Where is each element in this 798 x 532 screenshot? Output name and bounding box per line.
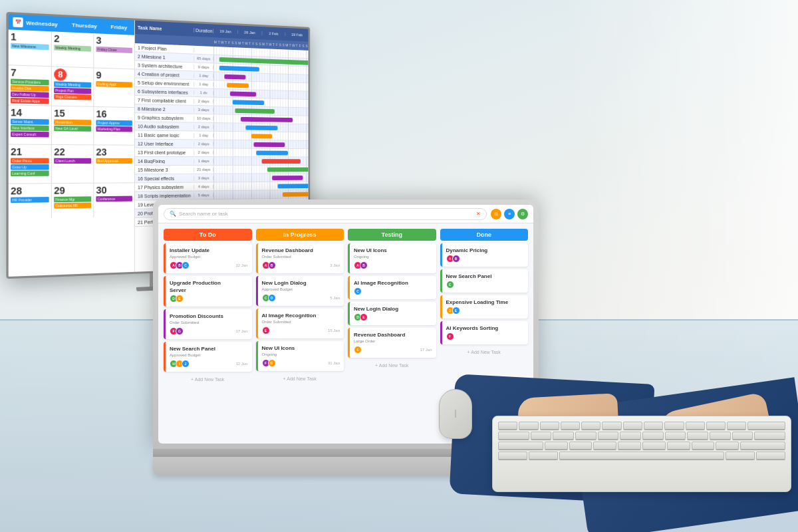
card-subtitle: Order Submitted [170,321,248,325]
kanban-topbar: 🔍 Search name or task ✕ ⊞ ≡ ⚙ [158,205,533,223]
card-avatars: D E [354,313,368,321]
card-footer: D E [354,313,432,321]
card-avatars: E [262,327,270,334]
kanban-card[interactable]: Revenue Dashboard Large Order F 17 Jan [348,328,436,358]
avatar: G [176,327,184,335]
gantt-bar-area [213,106,308,115]
gantt-task-name: 9 Graphics subsystem [135,115,194,120]
kanban-card[interactable]: New Login Dialog Approved Budget C D 5 J… [256,276,344,306]
kanban-col-inprogress: In Progress Revenue Dashboard Order Subm… [256,229,344,438]
card-title: New Login Dialog [262,280,340,286]
gantt-duration: 2 days [194,125,213,129]
card-subtitle: Approved Budget [170,255,248,259]
gantt-bar [254,142,285,147]
card-title: Revenue Dashboard [262,247,340,253]
gantt-bar [241,117,293,122]
card-avatars: D E [170,295,184,303]
gantt-bar [272,176,303,180]
search-placeholder: Search name or task [179,211,228,217]
card-avatars: F G [262,359,276,367]
kanban-card[interactable]: New UI Icons Ongoing A B [348,243,436,273]
gantt-bar [227,83,248,88]
view-list-button[interactable]: ≡ [504,209,515,219]
card-footer: A B [354,261,432,269]
gantt-bar-area [213,166,308,174]
card-footer: E 15 Jan [262,327,340,334]
kanban-icon-group: ⊞ ≡ ⚙ [491,209,528,219]
kanban-card[interactable]: Dynamic Pricing A B [440,243,529,267]
add-task-todo[interactable]: + Add New Task [164,374,252,384]
card-footer: D E [170,295,248,303]
gantt-duration: 2 days [194,99,213,104]
card-title: New Search Panel [446,273,525,279]
kanban-card[interactable]: Installer Update Approved Budget A B C 1… [164,243,252,273]
gantt-duration: 5 days [194,193,213,197]
gantt-task-name: 3 System architecture [135,63,194,69]
kanban-col-todo: To Do Installer Update Approved Budget A… [164,229,252,438]
gantt-duration: 1 days [194,159,213,163]
gantt-bar-area [213,148,308,156]
card-subtitle: Approved Budget [262,287,340,291]
gantt-bar [262,159,301,164]
gantt-bar [224,74,245,80]
gantt-bar [233,100,265,105]
gantt-task-name: 4 Creation of project [135,71,194,78]
card-footer: C [354,287,432,295]
avatar: E [262,327,270,334]
card-avatars: H I J [170,360,190,368]
settings-button[interactable]: ⚙ [517,209,528,219]
add-task-testing[interactable]: + Add New Task [348,360,436,370]
card-date: 3 Jan [330,263,340,267]
gantt-bar-area [213,174,308,182]
col-header-done: Done [440,229,529,241]
avatar: E [360,313,368,321]
card-title: New UI Icons [354,247,432,253]
avatar: B [452,255,460,263]
card-title: AI Image Recognition [354,280,432,286]
kanban-card[interactable]: AI Image Recognition Order Submitted E 1… [256,309,344,338]
card-footer: A B [446,255,525,263]
card-footer: F G 17 Jan [170,327,248,335]
gantt-bar-area [213,123,308,132]
gantt-task-name: 11 Basic game logic [135,132,194,138]
avatar: D [268,294,276,302]
card-avatars: A B [262,261,276,269]
gantt-task-name: 7 First compilable client [135,97,194,103]
keyboard [492,416,791,492]
view-grid-button[interactable]: ⊞ [491,209,501,219]
add-task-inprogress[interactable]: + Add New Task [256,374,344,384]
gantt-bar-area [213,114,308,124]
col-header-todo: To Do [164,229,252,241]
gantt-task-name: 6 Subsystems interfaces [135,88,194,94]
kanban-card[interactable]: AI Image Recognition C [348,276,436,299]
kanban-card[interactable]: Upgrade Production Server D E [164,276,252,307]
gantt-bar [283,192,309,196]
gantt-task-name: 5 Setup dev environment [135,80,194,86]
clear-search-icon[interactable]: ✕ [476,211,481,217]
mouse [439,389,472,439]
kanban-search[interactable]: 🔍 Search name or task ✕ [164,208,487,220]
kanban-card[interactable]: New Search Panel Approved Budget H I J 1… [164,342,252,372]
card-title: New Search Panel [170,346,248,352]
card-title: AI Image Recognition [262,313,340,319]
gantt-duration: 3 days [194,108,213,112]
gantt-duration [194,50,213,51]
kanban-card[interactable]: Promotion Discounts Order Submitted F G … [164,309,252,339]
gantt-row: 14 BugFixing1 days [135,157,309,166]
gantt-task-name: 1 Project Plan [135,45,194,53]
gantt-duration: 1 dv [194,90,213,95]
col-header-inprogress: In Progress [256,229,344,241]
gantt-task-name: 13 First client prototype [135,150,194,154]
card-subtitle: Large Order [354,339,432,343]
card-date: 17 Jan [420,348,432,352]
kanban-card[interactable]: New Login Dialog D E [348,302,436,325]
gantt-duration: 65 days [194,57,213,61]
card-date: 17 Jan [235,329,247,333]
gantt-row: 12 User Interface2 days [135,140,309,149]
card-title: Revenue Dashboard [354,332,432,338]
card-footer: F G 31 Jan [262,359,340,367]
avatar: C [182,261,190,269]
gantt-task-name: 18 Scripts implementation [135,193,194,198]
kanban-card[interactable]: Revenue Dashboard Order Submitted A B 3 … [256,243,344,273]
kanban-card[interactable]: New UI Icons Ongoing F G 31 Jan [256,341,344,371]
